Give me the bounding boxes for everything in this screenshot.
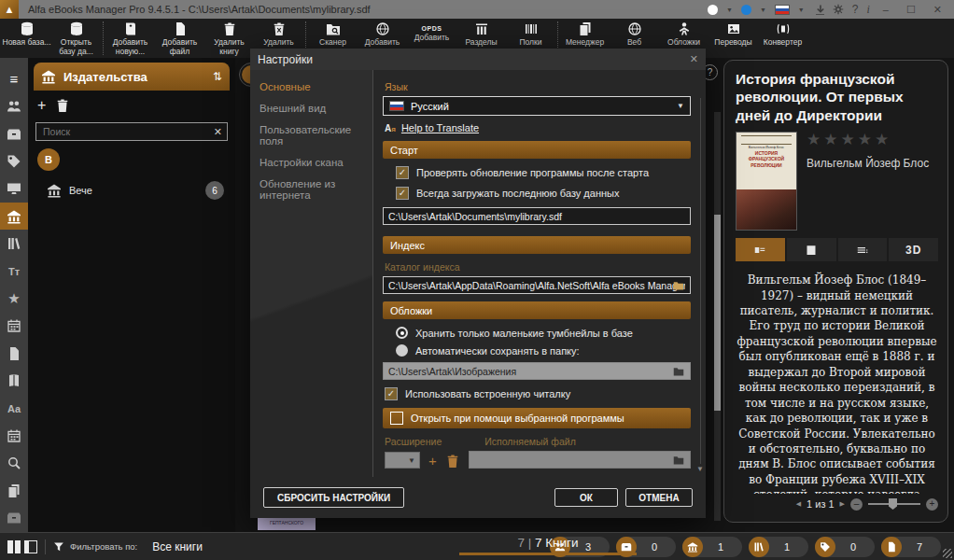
rail-menu[interactable]: ≡ <box>0 65 28 92</box>
badge-files[interactable]: 7 <box>881 537 941 557</box>
rail-search[interactable] <box>0 450 28 477</box>
toolbar-add-book[interactable]: Добавить новую... <box>105 21 155 57</box>
delete-publisher-icon[interactable] <box>55 98 70 113</box>
next-page-icon[interactable]: ▶ <box>840 500 845 508</box>
zoom-in-button[interactable]: + <box>926 498 938 511</box>
language-flag-icon[interactable] <box>775 5 790 15</box>
nav-general[interactable]: Основные <box>260 81 372 92</box>
delete-extension-icon[interactable] <box>445 454 460 469</box>
rail-dates[interactable] <box>0 313 28 340</box>
toolbar-delete-book[interactable]: Удалить книгу <box>204 21 254 57</box>
zoom-out-button[interactable]: – <box>850 498 863 511</box>
rail-tags[interactable] <box>0 147 28 175</box>
resize-grip[interactable] <box>943 549 952 558</box>
nav-internet-update[interactable]: Обновление из интернета <box>260 178 372 201</box>
toolbar-translations[interactable]: Переводы <box>708 21 758 48</box>
toolbar-add-from-web[interactable]: Добавить <box>358 21 407 48</box>
badge-shelves[interactable]: 1 <box>749 537 808 557</box>
index-path-input[interactable] <box>383 276 691 294</box>
load-last-db-checkbox[interactable]: ✓ <box>396 187 409 200</box>
rail-series[interactable] <box>0 120 28 147</box>
sidebar-search-input[interactable] <box>41 125 214 138</box>
zoom-slider[interactable] <box>868 503 920 505</box>
toolbar-covers[interactable]: Обложки <box>659 21 708 48</box>
settings-gear-icon[interactable] <box>833 4 844 15</box>
check-update-checkbox[interactable]: ✓ <box>396 166 409 179</box>
database-path-input[interactable] <box>383 207 691 225</box>
thumbs-radio[interactable] <box>396 327 408 339</box>
close-button[interactable]: ✕ <box>929 4 947 16</box>
toolbar-scan[interactable]: Сканер <box>308 21 358 48</box>
toolbar-add-file[interactable]: Добавить файл <box>155 21 204 57</box>
toolbar-open-database[interactable]: Открыть базу да... <box>51 21 101 57</box>
info-icon[interactable]: i <box>866 3 869 17</box>
layout-panel-icon[interactable] <box>24 540 37 553</box>
scroll-down-icon[interactable]: ▼ <box>696 465 704 473</box>
dialog-close-icon[interactable]: ✕ <box>690 53 698 65</box>
copies-icon <box>7 483 21 498</box>
clear-search-icon[interactable]: ✕ <box>214 126 222 138</box>
main-scrollbar-thumb[interactable] <box>714 215 721 411</box>
reset-settings-button[interactable]: СБРОСИТЬ НАСТРОЙКИ <box>263 487 404 508</box>
external-program-checkbox[interactable] <box>390 412 403 425</box>
rail-shelves[interactable] <box>0 230 28 257</box>
minimize-button[interactable]: – <box>878 4 893 15</box>
rail-books[interactable] <box>0 367 28 394</box>
tab-3d-view[interactable]: 3D <box>889 238 938 261</box>
rail-duplicates[interactable] <box>0 477 28 504</box>
dialog-scrollbar[interactable] <box>700 98 701 464</box>
zoom-slider-handle[interactable] <box>889 498 897 510</box>
prev-page-icon[interactable]: ◀ <box>796 500 801 508</box>
rail-ratings[interactable]: ★ <box>0 285 28 312</box>
toolbar-new-database[interactable]: Новая база... <box>2 21 51 48</box>
rail-titles[interactable]: Тт <box>0 258 28 285</box>
nav-appearance[interactable]: Внешний вид <box>260 103 372 114</box>
language-dropdown-caret[interactable]: ▼ <box>798 7 805 13</box>
toolbar-shelves[interactable]: Полки <box>506 21 555 48</box>
rail-authors[interactable] <box>0 92 28 119</box>
cancel-button[interactable]: ОТМЕНА <box>625 488 693 507</box>
book-author[interactable]: Вильгельм Йозеф Блос <box>807 157 938 170</box>
add-publisher-button[interactable]: + <box>37 100 46 111</box>
builtin-reader-checkbox[interactable]: ✓ <box>385 387 398 400</box>
toolbar-sections[interactable]: Разделы <box>456 21 506 48</box>
toolbar-web[interactable]: Веб <box>610 21 659 48</box>
sort-icon[interactable]: ⇅ <box>213 70 222 83</box>
tab-list-view[interactable] <box>838 238 888 261</box>
accent-dot-blue[interactable] <box>741 5 751 15</box>
funnel-icon[interactable] <box>53 541 64 553</box>
rail-languages[interactable]: Аа <box>0 395 28 422</box>
badge-publishers[interactable]: 1 <box>682 537 742 557</box>
book-cover[interactable]: Вильгельм Йозеф Блос ИСТОРИЯ ФРАНЦУЗСКОЙ… <box>736 132 797 231</box>
rail-more[interactable] <box>0 505 28 532</box>
ok-button[interactable]: ОК <box>554 488 618 507</box>
tab-details-view[interactable] <box>787 238 836 261</box>
language-select[interactable]: Русский ▼ <box>383 96 691 116</box>
maximize-button[interactable]: ☐ <box>902 4 920 16</box>
filter-value[interactable]: Все книги <box>152 540 203 553</box>
nav-custom-fields[interactable]: Пользовательские поля <box>260 124 372 147</box>
browse-folder-icon[interactable] <box>668 278 689 292</box>
toolbar-add-opds[interactable]: OPDSДобавить <box>407 21 456 43</box>
add-extension-icon[interactable]: + <box>428 453 437 469</box>
rail-date-added[interactable] <box>0 422 28 449</box>
help-translate-link[interactable]: Help to Translate <box>401 122 479 133</box>
toolbar-file-manager[interactable]: Менеджер <box>560 21 610 48</box>
tab-card-view[interactable] <box>736 238 785 261</box>
rail-devices[interactable] <box>0 175 28 203</box>
toolbar-converter[interactable]: Конвертер <box>758 21 807 48</box>
help-icon[interactable]: ? <box>852 3 859 16</box>
rail-publishers[interactable] <box>0 203 28 230</box>
nav-scan-settings[interactable]: Настройки скана <box>260 157 372 168</box>
rating-stars[interactable]: ★★★★★ <box>807 132 938 147</box>
download-update-icon[interactable] <box>813 4 824 15</box>
theme-dot-white[interactable] <box>708 5 718 15</box>
accent-dropdown-caret[interactable]: ▼ <box>760 7 766 13</box>
publisher-list-item[interactable]: Вече 6 <box>34 176 230 204</box>
list-view-icon <box>857 245 868 256</box>
badge-tags[interactable]: 0 <box>815 537 875 557</box>
rail-files[interactable] <box>0 340 28 367</box>
theme-dropdown-caret[interactable]: ▼ <box>726 7 733 13</box>
layout-columns-icon[interactable] <box>7 540 21 553</box>
autosave-radio[interactable] <box>396 344 408 357</box>
